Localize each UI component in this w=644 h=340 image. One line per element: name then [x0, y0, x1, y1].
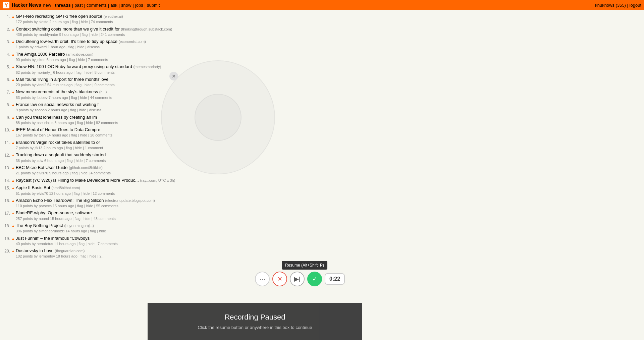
upvote-button[interactable]: ▲	[11, 89, 16, 95]
table-row: 9. ▲ Can you treat loneliness by creatin…	[0, 114, 644, 126]
upvote-button[interactable]: ▲	[11, 114, 16, 120]
story-content: France law on social networks not waitin…	[16, 102, 642, 113]
header: Y Hacker News new | threads | past | com…	[0, 0, 644, 10]
story-title: IEEE Medal of Honor Goes to Data Compre	[16, 127, 642, 133]
close-overlay-button[interactable]: ✕	[169, 72, 178, 80]
story-number: 15.	[2, 185, 11, 191]
nav-comments[interactable]: comments	[87, 3, 107, 8]
story-link[interactable]: Can you treat loneliness by creating an …	[16, 115, 97, 120]
story-link[interactable]: Context switching costs more than we giv…	[16, 26, 120, 32]
story-link[interactable]: GPT-Neo recreating GPT-3 free open sourc…	[16, 14, 102, 19]
story-title: The Amiga 1000 Parceiro (amigalove.com)	[16, 51, 642, 57]
logout-link[interactable]: logout	[630, 3, 641, 8]
story-content: BBC Micro Bot User Guide (github.com/8bi…	[16, 165, 642, 176]
upvote-button[interactable]: ▲	[11, 165, 16, 170]
story-title: France law on social networks not waitin…	[16, 102, 642, 108]
table-row: 5. ▲ Show HN: 100 LOC Ruby forward proxy…	[0, 63, 644, 76]
story-number: 19.	[2, 235, 11, 242]
story-meta: 36 points by zdw 6 hours ago | flag | hi…	[16, 158, 642, 163]
story-content: GPT-Neo recreating GPT-3 free open sourc…	[16, 13, 642, 25]
upvote-button[interactable]: ▲	[11, 39, 16, 44]
table-row: 7. ▲ New measurements of the sky's black…	[0, 88, 644, 101]
upvote-button[interactable]: ▲	[11, 185, 16, 190]
hn-logo: Y	[3, 1, 10, 9]
story-meta: 40 points by herodotus 11 hours ago | fl…	[16, 241, 642, 246]
upvote-button[interactable]: ▲	[11, 152, 16, 158]
story-link[interactable]: The Amiga 1000 Parceiro	[16, 52, 65, 57]
story-content: Branson's Virgin rocket takes satellites…	[16, 139, 642, 151]
table-row: 4. ▲ The Amiga 1000 Parceiro (amigalove.…	[0, 51, 644, 63]
story-link[interactable]: Man found 'living in airport for three m…	[16, 77, 109, 82]
story-title: Decluttering low-Earth orbit: It's time …	[16, 39, 642, 45]
nav-show[interactable]: show	[121, 3, 131, 8]
story-content: Show HN: 100 LOC Ruby forward proxy usin…	[16, 64, 642, 75]
story-link[interactable]: Apple II Basic Bot	[16, 185, 50, 190]
upvote-button[interactable]: ▲	[11, 102, 16, 107]
upvote-button[interactable]: ▲	[11, 223, 16, 228]
upvote-button[interactable]: ▲	[11, 197, 16, 203]
story-link[interactable]: Tracking down a segfault that suddenly s…	[16, 152, 106, 157]
upvote-button[interactable]: ▲	[11, 26, 16, 32]
story-number: 3.	[2, 39, 11, 45]
upvote-button[interactable]: ▲	[11, 127, 16, 132]
story-domain: (memesmoriarty)	[133, 65, 161, 69]
story-meta: 88 points by pseudolus 8 hours ago | fla…	[16, 120, 642, 125]
story-meta: 257 points by nuand 15 hours ago | flag …	[16, 216, 642, 221]
story-content: Raycast (YC W20) Is Hiring to Make Devel…	[16, 177, 642, 183]
upvote-button[interactable]: ▲	[11, 248, 16, 253]
story-title: BBC Micro Bot User Guide (github.com/8bi…	[16, 165, 642, 171]
story-link[interactable]: Just Funnin' – the infamous "Cowboys	[16, 236, 90, 241]
table-row: 6. ▲ Man found 'living in airport for th…	[0, 76, 644, 89]
story-domain: (ray...com, UTC ± 3h)	[140, 178, 175, 182]
story-domain: (theguardian.com)	[55, 249, 85, 253]
story-link[interactable]: France law on social networks not waitin…	[16, 102, 99, 107]
upvote-button[interactable]: ▲	[11, 13, 16, 19]
story-number: 1.	[2, 13, 11, 20]
story-link[interactable]: Decluttering low-Earth orbit: It's time …	[16, 39, 117, 44]
story-link[interactable]: The Buy Nothing Project	[16, 223, 63, 228]
upvote-button[interactable]: ▲	[11, 51, 16, 57]
upvote-button[interactable]: ▲	[11, 210, 16, 216]
upvote-button[interactable]: ▲	[11, 64, 16, 69]
story-domain: (github.com/8bitkick)	[69, 166, 103, 170]
story-number: 12.	[2, 152, 11, 158]
nav-submit[interactable]: submit	[147, 3, 160, 8]
story-domain: (amigalove.com)	[66, 52, 93, 56]
upvote-button[interactable]: ▲	[11, 177, 16, 183]
nav-ask[interactable]: ask	[110, 3, 117, 8]
upvote-button[interactable]: ▲	[11, 139, 16, 145]
resume-tooltip: Resume (Alt+Shift+P)	[282, 261, 327, 263]
story-link[interactable]: BBC Micro Bot User Guide	[16, 165, 68, 170]
story-content: Decluttering low-Earth orbit: It's time …	[16, 39, 642, 50]
story-title: Apple II Basic Bot (atari8bitbot.com)	[16, 185, 642, 191]
table-row: 14. ▲ Raycast (YC W20) Is Hiring to Make…	[0, 177, 644, 184]
story-link[interactable]: New measurements of the sky's blackness	[16, 89, 98, 94]
nav-jobs[interactable]: jobs	[135, 3, 143, 8]
story-link[interactable]: Amazon Echo Flex Teardown: The Big Silic…	[16, 198, 104, 203]
table-row: 17. ▲ BladeRF-wiphy: Open-source, softwa…	[0, 209, 644, 222]
story-content: Dostoevsky in Love (theguardian.com) 102…	[16, 248, 642, 259]
table-row: 16. ▲ Amazon Echo Flex Teardown: The Big…	[0, 197, 644, 210]
story-title: Context switching costs more than we giv…	[16, 26, 642, 32]
table-row: 18. ▲ The Buy Nothing Project (buynothin…	[0, 222, 644, 235]
table-row: 2. ▲ Context switching costs more than w…	[0, 25, 644, 38]
story-meta: 7 points by jfk13 2 hours ago | flag | h…	[16, 146, 642, 151]
story-number: 4.	[2, 51, 11, 58]
story-link[interactable]: Show HN: 100 LOC Ruby forward proxy usin…	[16, 64, 132, 69]
story-link[interactable]: Raycast (YC W20) Is Hiring to Make Devel…	[16, 178, 139, 183]
site-name: Hacker News	[12, 2, 41, 8]
story-link[interactable]: BladeRF-wiphy: Open-source, software	[16, 210, 92, 215]
story-link[interactable]: IEEE Medal of Honor Goes to Data Compre	[16, 127, 100, 132]
story-content: Can you treat loneliness by creating an …	[16, 114, 642, 126]
nav-threads[interactable]: threads	[55, 3, 71, 8]
upvote-button[interactable]: ▲	[11, 235, 16, 241]
story-link[interactable]: Dostoevsky in Love	[16, 248, 54, 253]
story-meta: 90 points by jdkee 6 hours ago | flag | …	[16, 57, 642, 62]
nav-past[interactable]: past	[74, 3, 83, 8]
nav-new[interactable]: new	[43, 3, 51, 8]
upvote-button[interactable]: ▲	[11, 76, 16, 82]
table-row: 11. ▲ Branson's Virgin rocket takes sate…	[0, 139, 644, 152]
username-link[interactable]: khuknows (355)	[595, 3, 626, 8]
story-link[interactable]: Branson's Virgin rocket takes satellites…	[16, 140, 100, 145]
story-meta: 21 points by elvis70 5 hours ago | flag …	[16, 171, 642, 176]
